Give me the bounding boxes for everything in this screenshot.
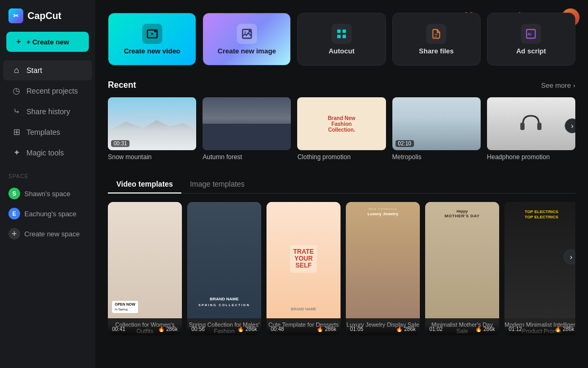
ad-script-icon: AI [521,24,541,44]
headphone-name: Headphone promotion [487,153,575,161]
space-item-shawn[interactable]: S Shawn's space [8,183,87,204]
dessert-thumb: TRATEYOURSELF BRAND NAME [267,202,341,318]
template-grid: OPEN NOWIn Spring 00:41 🔥 286k Collectio… [108,202,575,335]
create-image-label: Create new image [218,47,277,55]
ad-script-label: Ad script [516,47,546,55]
space-section: SPACE S Shawn's space E Eachung's space … [0,173,95,247]
women-thumb: OPEN NOWIn Spring [108,202,182,318]
city-name: Metropolis [392,153,481,161]
city-duration: 02:10 [396,140,414,147]
snow-duration: 00:31 [111,140,130,147]
electrics-meta: 01:12 🔥 286k [504,323,575,335]
shawn-avatar: S [8,188,20,199]
tab-image-templates[interactable]: Image templates [181,176,253,194]
svg-rect-9 [337,34,341,38]
men-meta: 00:56 🔥 286k [187,323,261,335]
recent-item-city[interactable]: 02:10 Metropolis [392,97,481,161]
svg-rect-13 [520,123,525,130]
fashion-name: Clothing promotion [297,153,385,161]
recent-item-fashion[interactable]: Brand New Fashion Collection. Clothing p… [297,97,385,161]
app-logo: ✂ CapCut [0,8,95,32]
nav-item-start[interactable]: ⌂ Start [3,60,92,80]
template-mothers[interactable]: Happy MOTHER'S DAY 01:02 🔥 286k Minimali… [425,202,499,335]
svg-text:AI: AI [528,31,531,36]
autocut-icon [332,24,352,44]
template-men[interactable]: BRAND NAMESPRING COLLECTION 00:56 🔥 286k… [187,202,261,335]
forest-name: Autumn forest [203,153,291,161]
recent-icon: ◷ [12,86,21,96]
share-files-label: Share files [419,47,454,55]
forest-thumb: 00:26 [203,97,291,150]
share-files-icon [426,24,446,44]
svg-rect-7 [337,29,341,32]
recent-item-snow[interactable]: 00:31 Snow mountain [108,97,196,161]
template-women[interactable]: OPEN NOWIn Spring 00:41 🔥 286k Collectio… [108,202,182,335]
chevron-right-icon: › [573,81,575,89]
forest-duration: 00:26 [206,140,224,147]
templates-section: Video templates Image templates OPEN NOW… [108,176,575,335]
create-video-label: Create new video [124,47,180,55]
ad-script-card[interactable]: AI Ad script [487,13,575,66]
template-tabs: Video templates Image templates [108,176,575,194]
autocut-label: Autocut [328,47,354,55]
create-image-card[interactable]: + Create new image [203,13,291,66]
recent-header: Recent See more › [108,80,575,90]
recent-item-forest[interactable]: 00:26 Autumn forest [203,97,291,161]
logo-icon: ✂ [8,8,23,23]
template-next-button[interactable]: › [564,250,575,264]
nav-item-recent[interactable]: ◷ Recent projects [3,80,92,101]
jewelry-meta: 01:05 🔥 286k [346,323,420,335]
men-thumb: BRAND NAMESPRING COLLECTION [187,202,261,318]
svg-rect-10 [343,34,346,38]
fashion-thumb: Brand New Fashion Collection. [297,97,385,150]
mothers-thumb: Happy MOTHER'S DAY [425,202,499,318]
women-meta: 00:41 🔥 286k [108,323,182,335]
dessert-meta: 00:48 🔥 286k [267,323,341,335]
template-jewelry[interactable]: New Collection Luxury Jewelry 01:05 🔥 28… [346,202,420,335]
headphone-thumb [487,97,575,150]
app-name: CapCut [27,11,61,22]
svg-rect-14 [537,123,541,130]
autocut-card[interactable]: Autocut [297,13,385,66]
space-item-eachung[interactable]: E Eachung's space [8,204,87,224]
svg-rect-8 [343,29,346,32]
jewelry-thumb: New Collection Luxury Jewelry [346,202,420,318]
magic-icon: ✦ [12,148,21,158]
recent-grid: 00:31 Snow mountain 00:26 Autumn forest … [108,97,575,161]
create-plus-icon: ＋ [15,37,22,47]
create-new-button[interactable]: ＋ + Create new [6,32,89,52]
svg-text:+: + [249,30,251,32]
sidebar: ✂ CapCut ＋ + Create new ⌂ Start ◷ Recent… [0,0,95,368]
templates-icon: ⊞ [12,127,21,137]
recent-title: Recent [108,80,136,90]
video-icon: + [142,24,162,44]
nav-item-magic-tools[interactable]: ✦ Magic tools [3,142,92,163]
svg-text:+: + [154,30,156,32]
snow-thumb: 00:31 [108,97,196,150]
create-video-card[interactable]: + Create new video [108,13,196,66]
space-label: SPACE [8,173,87,179]
main-nav: ⌂ Start ◷ Recent projects ⤷ Share histor… [0,60,95,163]
share-files-card[interactable]: Share files [392,13,481,66]
create-space-icon: + [8,228,20,240]
eachung-avatar: E [8,208,20,219]
space-item-create-space[interactable]: + Create new space [8,224,87,244]
main-content: 🎁 ☰ 🔔 ? U + Create new video [95,0,588,368]
home-icon: ⌂ [12,66,21,75]
see-more-link[interactable]: See more › [541,81,575,89]
recent-section: Recent See more › 00:31 Snow mountain 00… [108,80,575,161]
mothers-meta: 01:02 🔥 286k [425,323,499,335]
share-icon: ⤷ [12,106,21,116]
tab-video-templates[interactable]: Video templates [108,176,181,194]
nav-item-share-history[interactable]: ⤷ Share history [3,101,92,122]
quick-actions: + Create new video + Create new ima [108,13,575,66]
template-dessert[interactable]: TRATEYOURSELF BRAND NAME 00:48 🔥 286k Cu… [267,202,341,335]
template-electrics[interactable]: TOP ELECTRICSTOP ELECTRICS 01:12 🔥 286k … [504,202,575,335]
recent-item-headphone[interactable]: Headphone promotion [487,97,575,161]
city-thumb: 02:10 [392,97,481,150]
image-icon: + [237,24,257,44]
recent-next-button[interactable]: › [565,118,575,133]
snow-name: Snow mountain [108,153,196,161]
svg-point-4 [244,31,246,33]
nav-item-templates[interactable]: ⊞ Templates [3,122,92,142]
